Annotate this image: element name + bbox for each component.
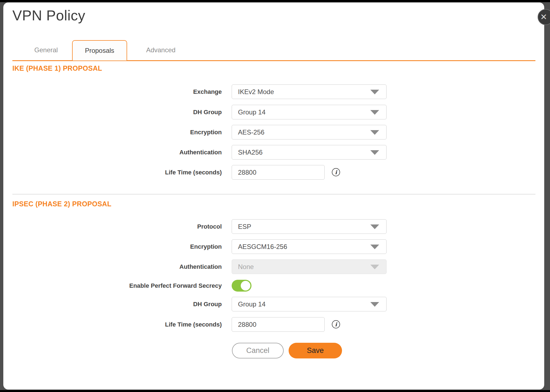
form-row-lifetime2: Life Time (seconds) i [0, 317, 550, 332]
protocol-select[interactable]: ESP [232, 219, 387, 234]
form-row-authentication: Authentication SHA256 [0, 145, 550, 160]
lifetime-phase2-input[interactable] [232, 317, 325, 332]
authentication-select[interactable]: SHA256 [232, 145, 387, 160]
chevron-down-icon [370, 302, 379, 307]
select-value: AESGCM16-256 [232, 243, 287, 251]
field-label: Encryption [13, 243, 222, 250]
encryption-select[interactable]: AES-256 [232, 125, 387, 139]
form-row-authentication2: Authentication None [0, 259, 550, 274]
field-label: Exchange [13, 88, 222, 95]
select-value: Group 14 [232, 300, 266, 308]
encryption-phase2-select[interactable]: AESGCM16-256 [232, 239, 387, 254]
authentication-phase2-select-disabled: None [232, 259, 387, 274]
chevron-down-icon [370, 245, 379, 249]
page-title: VPN Policy [12, 7, 85, 24]
form-row-lifetime: Life Time (seconds) i [0, 165, 550, 180]
top-frame-bar [0, 0, 550, 2]
field-label: Life Time (seconds) [13, 321, 222, 328]
form-row-encryption: Encryption AES-256 [0, 125, 550, 139]
chevron-down-icon [370, 265, 379, 269]
chevron-down-icon [370, 90, 379, 94]
dh-group-phase2-select[interactable]: Group 14 [232, 297, 387, 311]
info-icon[interactable]: i [332, 168, 340, 176]
field-label: Protocol [13, 223, 222, 230]
form-row-pfs: Enable Perfect Forward Secrecy [0, 280, 550, 292]
save-button[interactable]: Save [289, 343, 342, 358]
cancel-button[interactable]: Cancel [232, 343, 284, 358]
field-label: Authentication [13, 263, 222, 270]
tab-proposals[interactable]: Proposals [72, 40, 127, 61]
field-label: Encryption [13, 129, 222, 136]
form-row-exchange: Exchange IKEv2 Mode [0, 84, 550, 99]
chevron-down-icon [370, 110, 379, 115]
select-value: ESP [232, 223, 251, 231]
toggle-knob [241, 281, 250, 290]
tab-general[interactable]: General [21, 46, 72, 54]
info-icon[interactable]: i [332, 320, 340, 328]
close-icon: ✕ [540, 13, 547, 21]
exchange-select[interactable]: IKEv2 Mode [232, 84, 387, 99]
form-row-dh-group: DH Group Group 14 [0, 105, 550, 119]
chevron-down-icon [370, 150, 379, 155]
lifetime-input[interactable] [232, 165, 325, 180]
section-divider [12, 194, 535, 194]
dh-group-select[interactable]: Group 14 [232, 105, 387, 119]
chevron-down-icon [370, 224, 379, 229]
select-value: Group 14 [232, 108, 266, 116]
bottom-frame-bar [0, 390, 550, 392]
form-row-dh-group2: DH Group Group 14 [0, 297, 550, 311]
pfs-toggle[interactable] [232, 280, 251, 292]
field-label: Authentication [13, 149, 222, 156]
chevron-down-icon [370, 130, 379, 135]
field-label: Enable Perfect Forward Secrecy [13, 282, 222, 289]
select-value: None [232, 263, 254, 271]
section-title-ipsec-phase2: IPSEC (PHASE 2) PROPOSAL [12, 200, 111, 208]
field-label: Life Time (seconds) [13, 169, 222, 176]
form-row-encryption2: Encryption AESGCM16-256 [0, 239, 550, 254]
field-label: DH Group [13, 109, 222, 116]
section-title-ike-phase1: IKE (PHASE 1) PROPOSAL [12, 64, 102, 72]
select-value: AES-256 [232, 128, 264, 136]
form-row-protocol: Protocol ESP [0, 219, 550, 234]
select-value: SHA256 [232, 149, 262, 156]
select-value: IKEv2 Mode [232, 88, 274, 96]
field-label: DH Group [13, 301, 222, 308]
tab-advanced[interactable]: Advanced [134, 46, 188, 54]
